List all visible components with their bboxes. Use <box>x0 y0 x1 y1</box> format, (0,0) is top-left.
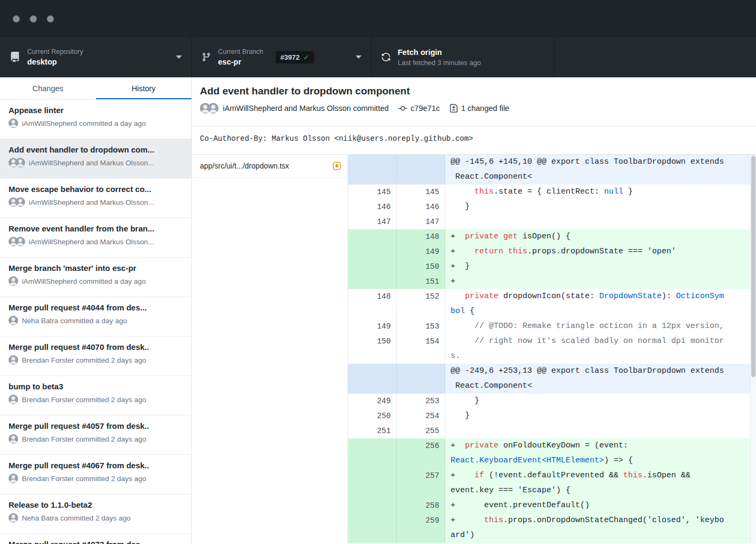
old-line-number: 146 <box>348 199 397 214</box>
diff-code: + <box>445 274 756 289</box>
new-line-number: 257 <box>397 468 445 498</box>
commit-list-item[interactable]: Merge pull request #4073 from des... <box>0 534 191 544</box>
avatar <box>208 103 219 114</box>
old-line-number <box>348 274 397 289</box>
diff-context-line: 146146 } <box>348 199 756 214</box>
diff-context-line: 149153 // @TODO: Remake triangle octicon… <box>348 319 756 334</box>
commit-header: Add event handler to dropdown component … <box>192 77 756 126</box>
author-avatars <box>9 513 18 523</box>
commit-row-byline-text: Neha Batra committed 2 days ago <box>22 514 131 522</box>
commit-row-byline: Neha Batra committed 2 days ago <box>9 513 183 523</box>
avatar <box>9 276 18 286</box>
commit-row-byline-text: Brendan Forster committed 2 days ago <box>22 356 146 364</box>
repository-switcher-button[interactable]: Current Repository desktop <box>0 37 192 77</box>
commit-title: Add event handler to dropdown component <box>200 85 746 97</box>
diff-code: this.state = { clientRect: null } <box>445 185 756 199</box>
author-avatars <box>200 103 219 114</box>
fetch-origin-label: Fetch origin <box>398 48 481 57</box>
branch-switcher-button[interactable]: Current Branch esc-pr #3972 ✓ <box>192 37 372 77</box>
old-line-number: 250 <box>348 409 397 423</box>
diff-rows: @@ -145,6 +145,10 @@ export class Toolba… <box>348 155 756 543</box>
close-button[interactable] <box>13 15 20 22</box>
new-line-number: 150 <box>397 259 445 274</box>
git-branch-icon <box>202 52 211 62</box>
branch-name: esc-pr <box>218 58 263 66</box>
github-desktop-window: Current Repository desktop Current Branc… <box>0 0 756 544</box>
commit-row-title: Release to 1.1.0-beta2 <box>9 500 183 509</box>
old-line-number <box>348 438 397 468</box>
new-line-number: 255 <box>397 423 445 438</box>
old-line-number: 147 <box>348 214 397 229</box>
commit-row-title: Move escape behavior to correct co... <box>9 185 183 194</box>
commit-list-item[interactable]: Merge pull request #4070 from desk..Bren… <box>0 337 191 376</box>
commit-list-item[interactable]: Release to 1.1.0-beta2Neha Batra committ… <box>0 494 191 534</box>
avatar <box>9 474 18 483</box>
diff-code: + this.props.onDropdownStateChanged('clo… <box>445 513 756 543</box>
diff-code: private dropdownIcon(state: DropdownStat… <box>445 289 756 319</box>
old-line-number: 149 <box>348 319 397 334</box>
pr-number-badge: #3972 ✓ <box>276 51 314 63</box>
commit-row-byline-text: Neha Batra committed a day ago <box>22 317 127 325</box>
tab-changes[interactable]: Changes <box>0 77 96 99</box>
commit-list-item[interactable]: Move escape behavior to correct co...iAm… <box>0 179 191 218</box>
fetch-origin-button[interactable]: Fetch origin Last fetched 3 minutes ago <box>372 37 554 77</box>
diff-hunk-header: @@ -249,6 +253,13 @@ export class Toolba… <box>348 364 756 394</box>
old-line-number: 150 <box>348 334 397 364</box>
commit-row-title: Merge pull request #4067 from desk.. <box>9 461 183 470</box>
commit-list-item[interactable]: Merge pull request #4057 from desk..Bren… <box>0 415 191 455</box>
commit-list-item[interactable]: bump to beta3Brendan Forster committed 2… <box>0 376 191 415</box>
commit-list-item[interactable]: Merge pull request #4067 from desk..Bren… <box>0 455 191 494</box>
author-avatars <box>9 434 18 444</box>
diff-context-line: 145145 this.state = { clientRect: null } <box>348 185 756 199</box>
author-avatars <box>9 158 25 167</box>
check-icon: ✓ <box>303 53 309 61</box>
diff-hunk-header: @@ -145,6 +145,10 @@ export class Toolba… <box>348 155 756 185</box>
diff-file-icon <box>449 104 458 113</box>
diff-context-line: 148152 private dropdownIcon(state: Dropd… <box>348 289 756 319</box>
commit-row-byline-text: Brendan Forster committed 2 days ago <box>22 396 146 404</box>
diff-added-line: 257+ if (!event.defaultPrevented && this… <box>348 468 756 498</box>
commit-row-byline-text: iAmWillShepherd and Markus Olsson... <box>29 238 154 246</box>
sidebar-tabs: Changes History <box>0 77 191 100</box>
new-line-number: 145 <box>397 185 445 199</box>
scrollbar-track[interactable] <box>750 155 756 544</box>
old-line-number: 251 <box>348 423 397 438</box>
commit-list-item[interactable]: Add event handler to dropdown com...iAmW… <box>0 139 191 179</box>
last-fetched-text: Last fetched 3 minutes ago <box>398 59 481 67</box>
avatar <box>9 316 18 325</box>
avatar <box>15 158 25 167</box>
minimize-button[interactable] <box>30 15 37 22</box>
commit-list-item[interactable]: Appease linteriAmWillShepherd committed … <box>0 100 191 139</box>
sync-icon <box>381 52 391 62</box>
commit-row-title: Merge pull request #4057 from desk.. <box>9 421 183 430</box>
titlebar <box>0 0 756 36</box>
old-line-number: 148 <box>348 289 397 319</box>
new-line-number <box>397 155 445 185</box>
file-list-item[interactable]: app/src/ui/t.../dropdown.tsx <box>192 155 348 178</box>
old-line-number <box>348 513 397 543</box>
diff-context-line: 249253 } <box>348 394 756 409</box>
commit-row-byline: iAmWillShepherd and Markus Olsson... <box>9 197 183 207</box>
diff-code: } <box>445 199 756 214</box>
commit-authors: iAmWillShepherd and Markus Olsson commit… <box>223 104 389 113</box>
commit-list-item[interactable]: Remove event handler from the bran...iAm… <box>0 218 191 258</box>
diff-added-line: 151+ <box>348 274 756 289</box>
diff-code: + private onFoldoutKeyDown = (event:Reac… <box>445 438 756 468</box>
new-line-number: 146 <box>397 199 445 214</box>
author-avatars <box>9 316 18 325</box>
diff-context-line: 250254 } <box>348 409 756 423</box>
diff-code: // right now it's scaled badly on normal… <box>445 334 756 364</box>
commit-list-item[interactable]: Merge branch 'master' into esc-priAmWill… <box>0 258 191 297</box>
diff-added-line: 258+ event.preventDefault() <box>348 498 756 513</box>
commit-sha: c79e71c <box>411 104 440 113</box>
scrollbar-thumb[interactable] <box>751 156 755 377</box>
diff-added-line: 150+ } <box>348 259 756 274</box>
diff-added-line: 259+ this.props.onDropdownStateChanged('… <box>348 513 756 543</box>
tab-history[interactable]: History <box>96 77 192 99</box>
commit-row-title: Merge branch 'master' into esc-pr <box>9 263 183 273</box>
author-avatars <box>9 118 18 128</box>
commit-list-item[interactable]: Merge pull request #4044 from des...Neha… <box>0 297 191 337</box>
toolbar-empty-area <box>554 37 756 77</box>
zoom-button[interactable] <box>47 15 54 22</box>
new-line-number <box>397 364 445 394</box>
